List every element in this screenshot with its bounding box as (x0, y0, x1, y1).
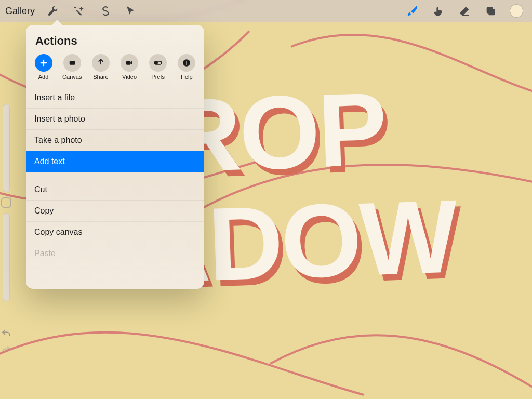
actions-tab-prefs[interactable]: Prefs (145, 54, 171, 80)
tab-label: Help (181, 74, 193, 80)
eraser-icon (459, 5, 470, 17)
wrench-icon (47, 5, 58, 17)
eraser-button[interactable] (452, 0, 477, 22)
color-swatch (510, 4, 523, 18)
selection-s-icon (99, 5, 110, 17)
cursor-icon (125, 5, 136, 17)
actions-tab-add[interactable]: Add (31, 54, 57, 80)
actions-popover: Actions Add Canvas Share Video Prefs i H… (26, 25, 204, 289)
actions-tab-canvas[interactable]: Canvas (59, 54, 85, 80)
tab-label: Share (93, 74, 108, 80)
redo-icon (1, 345, 11, 355)
menu-copy-canvas[interactable]: Copy canvas (26, 221, 204, 243)
brush-button[interactable] (400, 0, 425, 22)
svg-rect-1 (488, 9, 495, 15)
help-icon: i (182, 58, 191, 68)
actions-tab-help[interactable]: i Help (174, 54, 200, 80)
menu-insert-photo[interactable]: Insert a photo (26, 108, 204, 129)
color-button[interactable] (504, 0, 529, 22)
menu-cut[interactable]: Cut (26, 179, 204, 200)
prefs-icon (153, 58, 163, 68)
redo-button[interactable] (1, 345, 11, 357)
tab-label: Video (122, 74, 137, 80)
actions-tab-video[interactable]: Video (116, 54, 142, 80)
selection-button[interactable] (92, 0, 117, 22)
plus-icon (39, 58, 48, 68)
undo-icon (1, 328, 11, 339)
actions-tab-row: Add Canvas Share Video Prefs i Help (26, 54, 204, 85)
menu-add-text[interactable]: Add text (26, 151, 204, 172)
canvas-icon (68, 58, 77, 68)
actions-tab-share[interactable]: Share (88, 54, 114, 80)
brush-size-slider[interactable] (3, 104, 10, 192)
modify-button[interactable] (1, 197, 11, 208)
menu-copy[interactable]: Copy (26, 200, 204, 221)
layers-icon (485, 5, 496, 17)
transform-button[interactable] (118, 0, 143, 22)
undo-redo-group (0, 328, 12, 357)
brush-icon (407, 5, 418, 17)
tab-label: Add (38, 74, 49, 80)
svg-text:i: i (186, 60, 188, 66)
actions-title: Actions (26, 25, 204, 54)
actions-button[interactable] (40, 0, 65, 22)
tab-label: Prefs (151, 74, 165, 80)
undo-button[interactable] (1, 328, 11, 341)
smudge-button[interactable] (426, 0, 451, 22)
menu-insert-file[interactable]: Insert a file (26, 87, 204, 108)
svg-rect-2 (69, 61, 75, 65)
actions-menu: Insert a file Insert a photo Take a phot… (26, 85, 204, 273)
svg-point-5 (155, 62, 158, 64)
layers-button[interactable] (478, 0, 503, 22)
menu-take-photo[interactable]: Take a photo (26, 129, 204, 151)
gallery-button[interactable]: Gallery (3, 6, 39, 17)
adjustments-button[interactable] (66, 0, 91, 22)
sidebar-sliders (0, 104, 12, 301)
svg-rect-3 (126, 61, 130, 65)
wand-icon (73, 5, 84, 17)
brush-opacity-slider[interactable] (3, 213, 10, 301)
smudge-icon (433, 5, 444, 17)
tab-label: Canvas (62, 74, 82, 80)
share-icon (96, 58, 105, 68)
top-toolbar: Gallery (0, 0, 532, 22)
video-icon (125, 58, 134, 68)
menu-paste: Paste (26, 243, 204, 264)
